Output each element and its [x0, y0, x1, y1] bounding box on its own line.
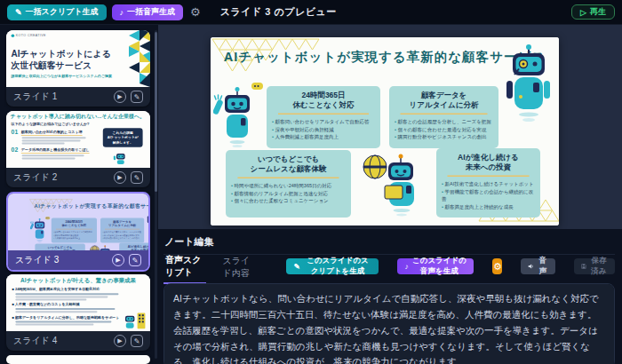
slide-card-4[interactable]: AIチャットボットが叶える、驚きの事業成果 ■ 24時間365日、顧客満足度向上… — [6, 274, 150, 351]
feature-box-1-bullet: 深夜や早朝対応の負担軽減 — [53, 233, 94, 236]
feature-box-2-heading: 顧客データを リアルタイムに分析 — [395, 91, 493, 110]
yellow-underline — [401, 114, 488, 115]
saved-label: 保存済み — [590, 256, 608, 277]
slide-4-section1-lines — [15, 292, 122, 302]
slide-2-item2-heading: データ活用の限界と機会損失の取りこぼし — [21, 147, 90, 154]
slide-2-play-icon[interactable]: ▶ — [114, 171, 126, 184]
slide-1-thumbnail[interactable]: KOTO CREATIVE AIチャットボットによる 次世代顧客サービス 課題解… — [6, 30, 150, 87]
save-icon — [581, 262, 586, 271]
feature-box-4-bullet: 顧客満足度向上と持続的な成長 — [442, 203, 535, 211]
feature-box-2-bullet: 購買行動分析やビジネスチャンスの創出 — [395, 133, 493, 141]
settings-gear-icon[interactable]: ⚙ — [188, 6, 203, 18]
slide-2-item1-lines — [22, 136, 90, 146]
yellow-underline — [278, 114, 369, 115]
magnifier-robot-icon — [144, 201, 148, 238]
slide-4-edit-icon[interactable]: ✎ — [131, 335, 143, 347]
feature-box-4: AIが進化し続ける 未来への投資 新AI技術で進化し続けるチャットボット 学習機… — [436, 148, 540, 218]
slide-2-item1-heading: 顧客問い合わせ対応の制約とコスト増 — [21, 130, 83, 136]
feature-box-2: 顧客データを リアルタイムに分析 顧客との会話履歴を分析し、ニーズを把握 個々の… — [389, 86, 498, 148]
triangle-pattern-decoration — [104, 30, 150, 87]
slide-3-label: スライド 3 — [15, 254, 59, 266]
slide-card-3-selected[interactable]: AIチャットボットが実現する革新的な顧客サービス 24時間365日 休むことなく… — [6, 192, 150, 272]
generate-slide-script-button[interactable]: ✎ このスライドのスクリプトを生成 — [286, 258, 379, 274]
feature-box-3-bullet: 顧客情報のリアルタイム把握と迅速な対応 — [231, 190, 346, 198]
logo-text: KOTO CREATIVE — [16, 34, 46, 37]
feature-box-3-heading: いつでもどこでも シームレスな顧客体験 — [231, 154, 346, 174]
feature-box-1: 24時間365日 休むことなく対応 顧客問い合わせをリアルタイムで自動応答 深夜… — [267, 86, 380, 148]
slide-3-play-icon[interactable]: ▶ — [112, 254, 124, 266]
feature-box-4-bullet: 学習機能で顧客との会話から継続的に改善 — [442, 188, 535, 203]
feature-box-1: 24時間365日 休むことなく対応 顧客問い合わせをリアルタイムで自動応答 深夜… — [52, 218, 97, 243]
feature-box-4-heading: AIが進化し続ける 未来への投資 — [442, 153, 535, 172]
robot-building-icon — [123, 311, 148, 330]
feature-box-1-bullet: 顧客問い合わせをリアルタイムで自動応答 — [272, 118, 375, 126]
slide-4-thumbnail[interactable]: AIチャットボットが叶える、驚きの事業成果 ■ 24時間365日、顧客満足度向上… — [6, 274, 150, 331]
audio-play-button[interactable]: 音声 — [521, 258, 555, 274]
feature-box-2-bullet: 個々の顧客に合わせた最適な対応を実現 — [102, 233, 141, 236]
slide-3-edit-icon[interactable]: ✎ — [129, 254, 141, 266]
feature-box-1-heading: 24時間365日 休むことなく対応 — [272, 91, 375, 110]
slide-2-edit-icon[interactable]: ✎ — [131, 171, 143, 184]
feature-box-2-bullet: 購買行動分析やビジネスチャンスの創出 — [102, 237, 141, 240]
batch-audio-generate-button[interactable]: ♪ 一括音声生成 — [112, 4, 184, 20]
feature-box-1-bullet: 深夜や早朝対応の負担軽減 — [272, 126, 375, 134]
feature-box-2-bullet: 個々の顧客に合わせた最適な対応を実現 — [395, 126, 493, 134]
feature-box-2: 顧客データを リアルタイムに分析 顧客との会話履歴を分析し、ニーズを把握 個々の… — [100, 218, 144, 243]
robot-mascot-icon — [113, 151, 128, 165]
notes-tabbar: 音声スクリプト スライド内容 ✎ このスライドのスクリプトを生成 ♪ このスライ… — [163, 255, 615, 278]
slide-card-2[interactable]: チャットボット導入に踏み切れない...そんな企業様へ。 以下のような課題にお悩み… — [6, 111, 150, 187]
saved-button[interactable]: 保存済み — [574, 258, 615, 274]
slide-2-item2-number: 02 — [12, 146, 19, 154]
feature-box-3-bullet: 個々に合わせた柔軟なコミュニケーション — [231, 197, 346, 205]
slide-3-thumbnail[interactable]: AIチャットボットが実現する革新的な顧客サービス 24時間365日 休むことなく… — [8, 194, 148, 250]
feature-box-1-bullet: 人件費削減と顧客満足度向上 — [272, 133, 375, 141]
slide-1-play-icon[interactable]: ▶ — [114, 91, 126, 103]
tab-slide-content[interactable]: スライド内容 — [220, 250, 258, 283]
play-slideshow-button[interactable]: ▷ 再生 — [571, 4, 615, 20]
audio-label: 音声 — [538, 256, 548, 277]
slide-3-preview[interactable]: AIチャットボットが実現する革新的な顧客サービス 24時間365日 休むことなく… — [211, 37, 559, 226]
slide-4-section3-lines — [15, 320, 122, 327]
batch-audio-label: 一括音声生成 — [127, 6, 175, 18]
slide-4-section2-lines — [15, 307, 122, 314]
generate-audio-label: このスライドの音声を生成 — [412, 256, 467, 277]
generate-slide-audio-button[interactable]: ♪ このスライドの音声を生成 — [397, 258, 474, 274]
slide-card-5-partial[interactable] — [6, 355, 150, 364]
voice-settings-gear-button[interactable]: ⚙ — [492, 258, 502, 274]
notes-editor-panel: ノート編集 音声スクリプト スライド内容 ✎ このスライドのスクリプトを生成 ♪… — [158, 229, 622, 364]
feature-box-3-heading: いつでもどこでも シームレスな顧客体験 — [37, 245, 84, 250]
batch-script-generate-button[interactable]: ✎ 一括スクリプト生成 — [7, 4, 107, 20]
tablet-robot-icon — [360, 152, 427, 223]
generate-script-label: このスライドのスクリプトを生成 — [304, 256, 372, 277]
logo-dot-icon — [12, 34, 15, 37]
slide-4-mini: AIチャットボットが叶える、驚きの事業成果 ■ 24時間365日、顧客満足度向上… — [6, 274, 150, 331]
waving-robot-icon — [30, 217, 51, 245]
feature-box-1-heading: 24時間365日 休むことなく対応 — [53, 220, 94, 228]
yellow-pattern-top-left — [29, 199, 82, 214]
feature-box-4: AIが進化し続ける 未来への投資 新AI技術で進化し続けるチャットボット 学習機… — [119, 243, 148, 250]
batch-script-label: 一括スクリプト生成 — [26, 6, 99, 18]
speaker-icon — [528, 262, 534, 271]
slide-2-label: スライド 2 — [13, 171, 57, 184]
tab-voice-script[interactable]: 音声スクリプト — [163, 249, 206, 284]
slide-2-mini: チャットボット導入に踏み切れない...そんな企業様へ。 以下のような課題にお悩み… — [6, 111, 150, 168]
slide-1-edit-icon[interactable]: ✎ — [131, 91, 143, 103]
slide-2-thumbnail[interactable]: チャットボット導入に踏み切れない...そんな企業様へ。 以下のような課題にお悩み… — [6, 111, 150, 168]
sidebar-scrollbar-thumb[interactable] — [155, 32, 157, 192]
preview-title: スライド 3 のプレビュー — [220, 5, 337, 19]
slide-4-title: AIチャットボットが叶える、驚きの事業成果 — [6, 277, 150, 284]
slide-card-1[interactable]: KOTO CREATIVE AIチャットボットによる 次世代顧客サービス 課題解… — [6, 30, 150, 107]
feature-box-2-bullet: 顧客との会話履歴を分析し、ニーズを把握 — [395, 118, 493, 126]
pencil-icon: ✎ — [15, 8, 22, 17]
voice-script-textarea[interactable]: AIチャットボットなら、問い合わせにリアルタイムで自動応答し、深夜や早朝も抜け漏… — [163, 283, 615, 364]
slide-5-thumbnail[interactable] — [6, 355, 150, 364]
feature-box-1-bullet: 人件費削減と顧客満足度向上 — [53, 237, 94, 240]
magnifier-robot-icon — [498, 44, 559, 137]
slide-1-label: スライド 1 — [13, 91, 57, 103]
top-toolbar: ✎ 一括スクリプト生成 ♪ 一括音声生成 ⚙ スライド 3 のプレビュー ▷ 再… — [0, 0, 622, 25]
slide-3-preview[interactable]: AIチャットボットが実現する革新的な顧客サービス 24時間365日 休むことなく… — [29, 199, 148, 250]
slide-4-play-icon[interactable]: ▶ — [114, 335, 126, 347]
music-note-icon: ♪ — [120, 8, 124, 17]
slide-2-title: チャットボット導入に踏み切れない...そんな企業様へ。 — [11, 114, 145, 121]
slide-2-item2-lines — [22, 154, 90, 161]
